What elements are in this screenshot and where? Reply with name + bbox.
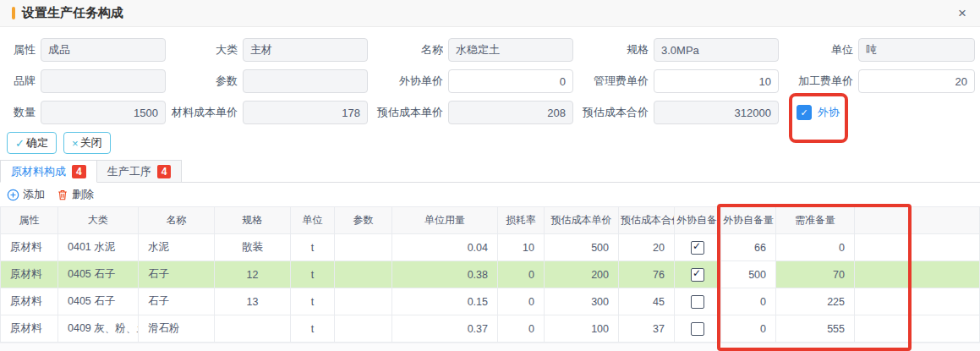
tab-production-process-label: 生产工序	[107, 164, 151, 179]
confirm-button[interactable]: ✓ 确定	[7, 132, 57, 154]
estimated-cost-price-input[interactable]	[448, 101, 573, 124]
category-input[interactable]	[243, 38, 368, 62]
material-cost-price-label: 材料成本单价	[171, 105, 238, 120]
estimated-cost-total-label: 预估成本合价	[578, 105, 649, 120]
spec-label: 规格	[578, 42, 649, 58]
table-row[interactable]: 原材料 0405 石子 石子 12 t 0.38 0 200 76 500 70	[1, 261, 980, 288]
cell-outsource-self-qty-editing[interactable]: 500	[721, 261, 776, 288]
name-input[interactable]	[448, 38, 573, 62]
col-header-category: 大类	[58, 207, 139, 234]
close-icon[interactable]: ×	[958, 6, 966, 20]
cell-empty	[855, 261, 980, 288]
col-header-param: 参数	[335, 207, 392, 234]
cell-outsource-self-qty: 0	[721, 315, 776, 343]
cell-category: 0409 灰、粉、土等	[58, 315, 139, 343]
col-header-unit: 单位	[291, 207, 335, 234]
spec-input[interactable]	[654, 38, 779, 62]
brand-label: 品牌	[2, 74, 36, 89]
col-header-est-cost-total: 预估成本合价	[619, 207, 675, 234]
brand-input[interactable]	[41, 69, 166, 93]
cell-unit: t	[291, 288, 335, 315]
add-button-label: 添加	[23, 187, 45, 202]
col-header-name: 名称	[139, 207, 215, 234]
check-icon: ✓	[15, 137, 25, 150]
cell-empty	[855, 234, 980, 261]
table-row[interactable]: 原材料 0401 水泥 水泥 散装 t 0.04 10 500 20 66 0	[1, 234, 980, 261]
processing-fee-input[interactable]	[858, 69, 975, 93]
row-checkbox[interactable]	[691, 322, 704, 336]
cell-unit-usage: 0.38	[392, 261, 498, 288]
outsource-price-label: 外协单价	[373, 74, 443, 89]
estimated-cost-total-input[interactable]	[654, 101, 779, 124]
cell-category: 0405 石子	[58, 288, 139, 315]
cell-spec: 13	[215, 288, 291, 315]
trash-icon	[57, 189, 68, 201]
cell-loss-rate: 0	[498, 315, 545, 343]
tab-production-process[interactable]: 生产工序 4	[97, 160, 183, 183]
cell-name: 石子	[139, 261, 215, 288]
cell-outsource-self-material	[675, 315, 721, 343]
form-row-1: 属性 大类 名称 规格 单位	[2, 38, 975, 62]
quantity-input[interactable]	[41, 101, 166, 124]
table-row[interactable]: 原材料 0409 灰、粉、土等 滑石粉 t 0.37 0 100 37 0 55…	[1, 315, 980, 343]
outsource-checkbox-label: 外协	[818, 105, 840, 120]
col-header-outsource-self-qty: 外协自备量	[721, 207, 776, 234]
row-checkbox[interactable]	[691, 295, 704, 309]
cell-category: 0405 石子	[58, 261, 139, 288]
delete-button-label: 删除	[72, 187, 94, 202]
cell-attr: 原材料	[1, 234, 58, 261]
cell-empty	[855, 288, 980, 315]
col-header-attr: 属性	[1, 207, 58, 234]
cell-spec	[215, 315, 291, 343]
cell-est-cost-price: 500	[545, 234, 619, 261]
processing-fee-label: 加工费单价	[784, 74, 853, 89]
cell-category: 0401 水泥	[58, 234, 139, 261]
cell-required-qty: 0	[776, 234, 855, 261]
close-button-label: 关闭	[80, 135, 102, 151]
cell-est-cost-total: 37	[619, 315, 675, 343]
dialog-titlebar: 设置生产任务构成 ×	[0, 0, 980, 27]
cell-name: 滑石粉	[139, 315, 215, 343]
cell-est-cost-price: 200	[545, 261, 619, 288]
outsource-checkbox-group: 外协	[784, 105, 975, 120]
add-button[interactable]: 添加	[7, 187, 45, 202]
col-header-outsource-self-material: 外协自备料	[675, 207, 721, 234]
management-fee-input[interactable]	[654, 69, 779, 93]
row-checkbox[interactable]	[691, 241, 704, 255]
close-button[interactable]: × 关闭	[63, 132, 111, 154]
cell-est-cost-total: 76	[619, 261, 675, 288]
form-row-3: 数量 材料成本单价 预估成本单价 预估成本合价 外协	[2, 101, 975, 124]
cell-outsource-self-material	[675, 261, 721, 288]
tab-raw-materials-badge: 4	[72, 165, 86, 178]
cell-outsource-self-material	[675, 288, 721, 315]
horizontal-scrollbar[interactable]	[0, 343, 980, 351]
row-checkbox[interactable]	[691, 268, 704, 282]
confirm-button-label: 确定	[26, 135, 48, 151]
col-header-unit-usage: 单位用量	[392, 207, 498, 234]
cell-est-cost-total: 20	[619, 234, 675, 261]
quantity-label: 数量	[2, 105, 36, 120]
unit-input[interactable]	[858, 38, 975, 62]
cell-name: 石子	[139, 288, 215, 315]
cell-unit: t	[291, 234, 335, 261]
attr-input[interactable]	[41, 38, 166, 62]
tab-raw-materials-label: 原材料构成	[11, 164, 66, 179]
category-label: 大类	[171, 42, 238, 58]
outsource-checkbox-wrap: 外协	[797, 105, 840, 120]
materials-table: 属性 大类 名称 规格 单位 参数 单位用量 损耗率 预估成本单价 预估成本合价…	[0, 206, 980, 343]
param-input[interactable]	[243, 69, 368, 93]
cell-param	[335, 234, 392, 261]
outsource-checkbox[interactable]	[797, 105, 812, 120]
cell-required-qty: 70	[776, 261, 855, 288]
delete-button[interactable]: 删除	[57, 187, 94, 202]
material-cost-price-input[interactable]	[243, 101, 368, 124]
action-buttons: ✓ 确定 × 关闭	[7, 132, 980, 154]
outsource-price-input[interactable]	[448, 69, 573, 93]
col-header-required-qty: 需准备量	[776, 207, 855, 234]
table-row[interactable]: 原材料 0405 石子 石子 13 t 0.15 0 300 45 0 225	[1, 288, 980, 315]
cell-name: 水泥	[139, 234, 215, 261]
tab-raw-materials[interactable]: 原材料构成 4	[0, 160, 97, 183]
param-label: 参数	[171, 74, 238, 89]
cell-spec: 散装	[215, 234, 291, 261]
page-title: 设置生产任务构成	[22, 5, 123, 21]
